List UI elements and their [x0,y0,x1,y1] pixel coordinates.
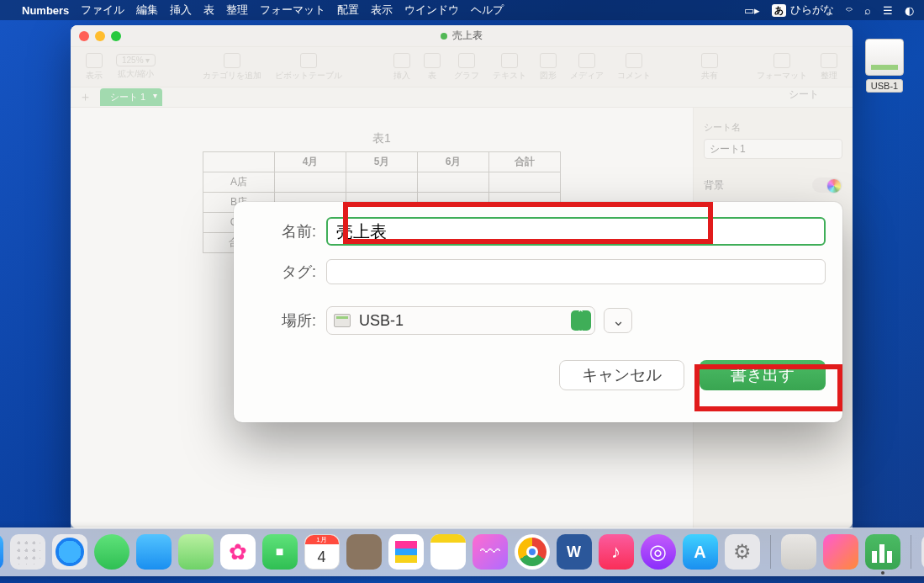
drive-label: USB-1 [866,79,903,93]
tags-label: タグ: [251,262,326,282]
dock-launchpad[interactable] [10,534,45,570]
expand-dialog-button[interactable]: ⌄ [604,308,632,333]
dock-reminders[interactable] [388,534,424,570]
ime-badge: あ [772,4,786,17]
app-menu[interactable]: Numbers [22,4,69,17]
dock [0,527,924,576]
export-button[interactable]: 書き出す [700,360,826,390]
dock-contacts[interactable] [346,534,382,570]
menu-insert[interactable]: 挿入 [170,3,192,18]
spotlight-icon[interactable]: ⌕ [864,4,871,17]
location-value: USB-1 [359,312,404,330]
window-title: 売上表 [452,29,483,43]
dock-numbers[interactable] [865,534,900,570]
menu-organize[interactable]: 整理 [226,3,248,18]
save-dialog: 名前: タグ: 場所: USB-1 ⌄ キャンセル 書き出す [234,202,842,422]
tags-input[interactable] [326,259,826,284]
drive-icon [865,39,904,76]
titlebar: 売上表 [71,25,853,47]
menubar: Numbers ファイル 編集 挿入 表 整理 フォーマット 配置 表示 ウイン… [0,0,924,20]
menu-table[interactable]: 表 [203,3,214,18]
battery-icon[interactable]: ▭▸ [744,4,760,17]
dock-separator [770,535,771,569]
ime-label: ひらがな [790,3,834,18]
dock-facetime[interactable] [262,534,298,570]
location-stepper[interactable] [571,310,591,331]
cancel-button[interactable]: キャンセル [559,360,684,390]
dock-notes[interactable] [430,534,466,570]
wifi-icon[interactable]: ⌔ [846,4,853,17]
name-label: 名前: [251,221,326,241]
dock-drive[interactable] [781,534,816,570]
dock-calendar[interactable] [304,534,340,570]
dock-messages[interactable] [94,534,129,570]
dock-word[interactable] [557,534,592,570]
dock-appstore[interactable] [683,534,718,570]
dock-shortcuts[interactable] [823,534,858,570]
menu-help[interactable]: ヘルプ [471,3,504,18]
minimize-window-button[interactable] [95,31,105,41]
menu-window[interactable]: ウインドウ [404,3,459,18]
dock-separator [911,535,911,569]
location-label: 場所: [251,310,326,331]
dock-settings[interactable] [725,534,760,570]
dock-maps[interactable] [178,534,214,570]
ime-menu[interactable]: あ ひらがな [772,3,834,18]
close-window-button[interactable] [79,31,89,41]
dock-photos[interactable] [220,534,256,570]
dock-chrome[interactable] [515,534,550,570]
menu-format[interactable]: フォーマット [260,3,325,18]
menu-file[interactable]: ファイル [81,3,124,18]
dock-podcasts[interactable] [641,534,676,570]
menu-view[interactable]: 表示 [371,3,393,18]
zoom-window-button[interactable] [111,31,121,41]
dock-mail[interactable] [136,534,172,570]
dock-music[interactable] [599,534,634,570]
dock-safari[interactable] [52,534,87,570]
menu-arrange[interactable]: 配置 [337,3,359,18]
drive-icon [334,314,351,327]
dock-finder[interactable] [0,534,3,570]
dock-trash[interactable] [921,534,925,570]
dock-freeform[interactable] [473,534,508,570]
siri-icon[interactable]: ◐ [905,4,914,17]
desktop-drive[interactable]: USB-1 [862,39,907,93]
filename-input[interactable] [326,217,826,246]
menu-edit[interactable]: 編集 [136,3,158,18]
location-select[interactable]: USB-1 [326,306,595,335]
control-center-icon[interactable]: ☰ [883,4,893,17]
